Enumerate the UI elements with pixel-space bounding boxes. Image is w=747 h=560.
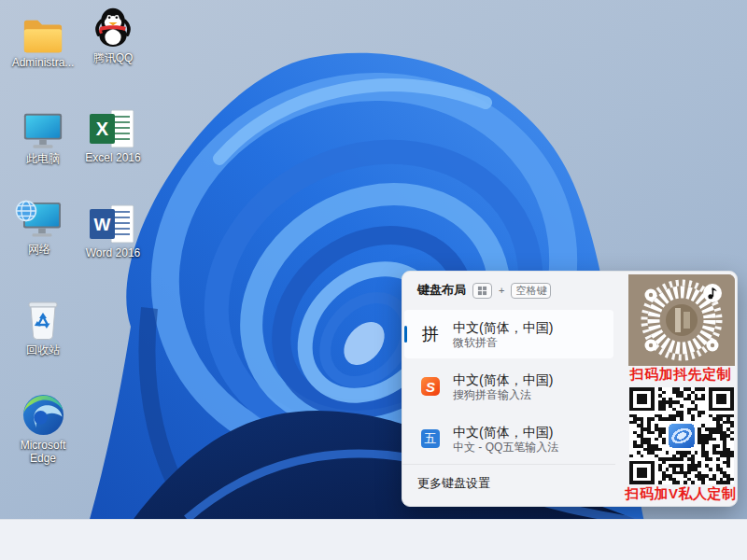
wubi-badge-icon: 五 <box>421 429 440 448</box>
plus-sign: + <box>499 285 504 296</box>
douyin-qr-caption: 扫码加抖先定制 <box>625 366 737 384</box>
desktop-icon-administrator[interactable]: Administra... <box>7 9 79 69</box>
ime-language-label: 中文(简体，中国) <box>453 424 558 441</box>
more-keyboard-settings-link[interactable]: 更多键盘设置 <box>417 475 490 492</box>
selected-accent-bar <box>404 326 407 343</box>
ime-option-qq-wubi[interactable]: 五 中文(简体，中国) 中文 - QQ五笔输入法 <box>404 414 613 463</box>
desktop-icon-label: Excel 2016 <box>85 151 140 164</box>
qr-center-windows-logo <box>666 422 697 451</box>
excel-icon: X <box>90 105 136 149</box>
popup-title: 键盘布局 <box>417 282 466 299</box>
svg-text:X: X <box>96 119 109 139</box>
space-key-badge: 空格键 <box>511 283 551 299</box>
desktop-icon-qq[interactable]: 腾讯QQ <box>77 5 149 64</box>
douyin-qr-code <box>628 274 735 366</box>
win-key-icon <box>477 286 487 296</box>
edge-icon <box>21 392 65 437</box>
popup-header: 键盘布局 + 空格键 <box>417 282 551 299</box>
ime-option-sogou-pinyin[interactable]: S 中文(简体，中国) 搜狗拼音输入法 <box>404 362 613 411</box>
ime-keyboard-layout-popup: 键盘布局 + 空格键 拼 中文(简体，中国) 微软拼音 S 中文(简体，中国) … <box>402 271 738 507</box>
folder-icon <box>21 9 64 54</box>
qq-penguin-icon <box>93 5 133 49</box>
sogou-badge-icon: S <box>421 377 440 396</box>
desktop: Administra... 腾讯QQ 此电脑 X Excel 2016 网络 <box>0 0 747 560</box>
ime-name-label: 搜狗拼音输入法 <box>453 388 553 402</box>
popup-separator <box>402 464 615 465</box>
pinyin-badge-icon: 拼 <box>419 323 442 345</box>
wechat-qr-code <box>629 387 734 484</box>
computer-monitor-icon <box>21 105 64 150</box>
desktop-icon-network[interactable]: 网络 <box>3 196 76 256</box>
ime-option-microsoft-pinyin[interactable]: 拼 中文(简体，中国) 微软拼音 <box>404 310 613 358</box>
ime-name-label: 中文 - QQ五笔输入法 <box>453 441 558 455</box>
recycle-bin-icon <box>24 297 62 342</box>
desktop-icon-word[interactable]: W Word 2016 <box>77 200 149 259</box>
ime-language-label: 中文(简体，中国) <box>453 371 553 388</box>
desktop-icon-edge[interactable]: Microsoft Edge <box>7 392 79 465</box>
desktop-icon-excel[interactable]: X Excel 2016 <box>77 105 149 164</box>
win-key-badge <box>472 283 492 299</box>
ime-language-label: 中文(简体，中国) <box>453 319 553 336</box>
taskbar: 中 拼 17:44 2023/6/2 <box>0 519 747 560</box>
ime-name-label: 微软拼音 <box>453 336 553 350</box>
desktop-icon-label: 网络 <box>28 243 50 256</box>
desktop-icon-label: Microsoft Edge <box>14 439 72 465</box>
desktop-icon-label: 此电脑 <box>26 152 60 165</box>
desktop-icon-label: Administra... <box>12 56 75 69</box>
desktop-icon-this-pc[interactable]: 此电脑 <box>7 105 79 165</box>
desktop-icon-recycle-bin[interactable]: 回收站 <box>7 297 79 357</box>
word-icon: W <box>90 200 136 245</box>
wechat-qr-caption: 扫码加V私人定制 <box>625 485 737 503</box>
desktop-icon-label: 腾讯QQ <box>93 51 134 64</box>
desktop-icon-label: Word 2016 <box>86 246 140 259</box>
desktop-icon-label: 回收站 <box>26 343 60 357</box>
svg-text:W: W <box>94 215 111 234</box>
network-monitor-icon <box>15 196 63 241</box>
